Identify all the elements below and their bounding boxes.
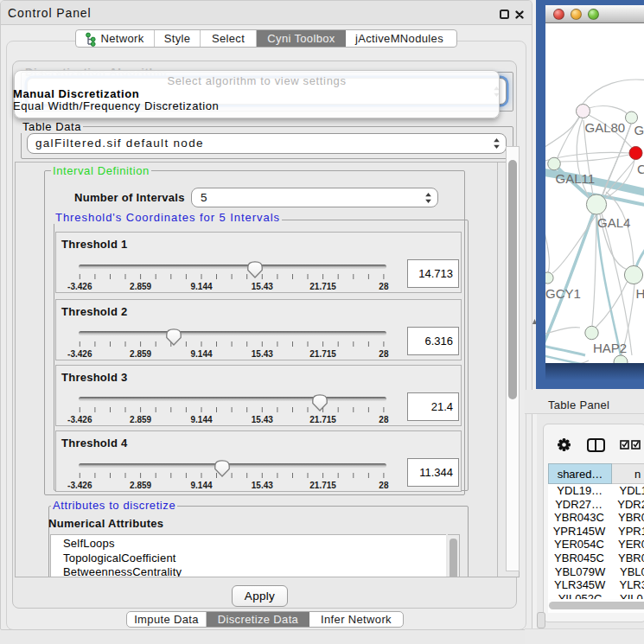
svg-text:9.144: 9.144 (190, 481, 212, 490)
svg-text:9.144: 9.144 (190, 414, 212, 424)
svg-text:15.43: 15.43 (252, 414, 273, 424)
svg-text:2.859: 2.859 (130, 348, 151, 358)
svg-text:2.859: 2.859 (130, 414, 151, 424)
svg-text:15.43: 15.43 (252, 348, 273, 358)
svg-text:9.144: 9.144 (190, 348, 212, 358)
svg-text:GAL4: GAL4 (597, 215, 630, 230)
svg-text:21.715: 21.715 (309, 481, 336, 490)
svg-text:21.715: 21.715 (309, 282, 336, 291)
svg-text:2.859: 2.859 (130, 481, 151, 490)
svg-text:HA: HA (636, 286, 644, 301)
svg-text:GA: GA (634, 123, 644, 137)
svg-text:28: 28 (379, 481, 389, 490)
svg-text:GAL11: GAL11 (556, 171, 596, 186)
svg-text:15.43: 15.43 (252, 282, 273, 291)
svg-text:28: 28 (379, 414, 389, 424)
svg-text:15.43: 15.43 (252, 481, 273, 490)
svg-text:2.859: 2.859 (130, 282, 151, 291)
svg-text:GAL80: GAL80 (585, 120, 626, 135)
svg-text:9.144: 9.144 (190, 282, 212, 291)
svg-text:HAP2: HAP2 (593, 341, 627, 355)
svg-text:21.715: 21.715 (309, 348, 336, 358)
svg-text:CY: CY (637, 162, 644, 176)
svg-text:28: 28 (379, 348, 389, 358)
svg-text:-3.426: -3.426 (67, 282, 92, 291)
svg-text:-3.426: -3.426 (67, 348, 92, 358)
svg-text:28: 28 (379, 282, 389, 291)
svg-text:-3.426: -3.426 (67, 414, 92, 424)
svg-text:21.715: 21.715 (309, 414, 336, 424)
svg-text:-3.426: -3.426 (67, 481, 92, 490)
svg-text:GCY1: GCY1 (545, 286, 581, 301)
